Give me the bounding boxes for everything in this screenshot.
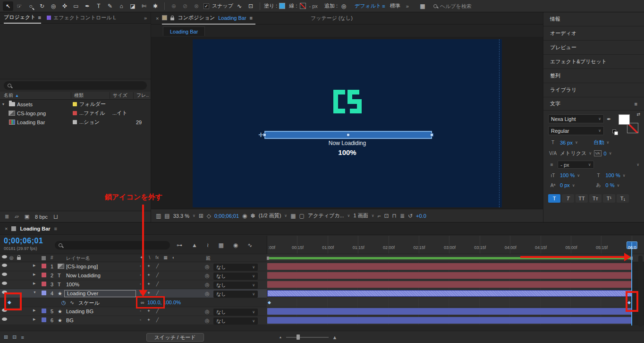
pixel-aspect-icon[interactable]: ⌐ bbox=[378, 213, 381, 219]
label-color-chip[interactable] bbox=[42, 309, 46, 313]
list-view-icon[interactable]: ≣ bbox=[5, 214, 9, 220]
timeline-ruler[interactable]: :00f 00:15f 01:00f 01:15f 02:00f 02:15f … bbox=[267, 236, 644, 254]
pen-tool[interactable]: ✒ bbox=[82, 1, 93, 11]
tab-effect-controls[interactable]: エフェクトコントロール L bbox=[47, 14, 116, 21]
expand-modes-icon[interactable]: ≡ bbox=[21, 334, 24, 340]
hand-tool[interactable]: ☞ bbox=[14, 1, 25, 11]
leading-auto-field[interactable]: 自動 ∨ bbox=[594, 139, 640, 146]
label-color-chip[interactable] bbox=[42, 264, 46, 268]
column-name[interactable]: 名前 ▲ bbox=[0, 92, 71, 99]
zoom-tool[interactable]: ○ bbox=[25, 1, 36, 11]
monitor-icon[interactable]: ▤ bbox=[164, 213, 169, 219]
font-size-field[interactable]: T 36 px ∨ bbox=[548, 140, 594, 146]
selection-handle[interactable] bbox=[263, 133, 266, 137]
swap-fill-stroke-icon[interactable]: ⇄ bbox=[636, 112, 640, 117]
layer-row-2[interactable]: ▶ 2 T Now Loadiding ◦✦╱ ◎ なし∨ bbox=[0, 271, 267, 280]
selection-handle[interactable] bbox=[430, 133, 433, 137]
stroke-width-value[interactable]: - px bbox=[309, 3, 318, 9]
small-caps-button[interactable]: Tᴛ bbox=[589, 194, 602, 203]
panel-menu-icon[interactable]: ≡ bbox=[635, 101, 637, 107]
overflow-chevrons-icon[interactable]: » bbox=[406, 3, 409, 9]
layer-name[interactable]: Loading Over bbox=[64, 290, 136, 297]
faux-bold-button[interactable]: T bbox=[548, 194, 560, 203]
composition-viewport[interactable]: ✛ Now Loadiding 100% bbox=[193, 39, 502, 207]
panel-audio[interactable]: オーディオ bbox=[543, 26, 644, 41]
close-icon[interactable]: × bbox=[156, 16, 159, 21]
panel-menu-icon[interactable]: ≡ bbox=[250, 15, 253, 21]
parent-dropdown[interactable]: なし∨ bbox=[213, 309, 258, 316]
snapshot-icon[interactable]: ◉ bbox=[242, 213, 247, 219]
workspace-menu-icon[interactable]: ≡ bbox=[382, 3, 385, 9]
project-row-assets[interactable]: ▼ Assets フォルダー bbox=[0, 100, 151, 109]
orbit-camera-tool[interactable]: ◎ bbox=[48, 1, 59, 11]
twirl-icon[interactable]: ▼ bbox=[0, 103, 7, 106]
superscript-button[interactable]: T¹ bbox=[603, 194, 615, 203]
grid-guides-icon[interactable]: ⊞ bbox=[199, 213, 203, 219]
eraser-tool[interactable]: ◪ bbox=[127, 1, 138, 11]
selection-handle[interactable] bbox=[347, 133, 350, 137]
project-row-loading-bar[interactable]: Loading Bar ...ション 29 bbox=[0, 118, 151, 127]
camera-dropdown[interactable]: アクティブカ... bbox=[308, 212, 344, 219]
all-caps-button[interactable]: TT bbox=[576, 194, 588, 203]
panel-align[interactable]: 整列 bbox=[543, 69, 644, 83]
help-search-input[interactable] bbox=[440, 3, 526, 9]
always-preview-icon[interactable]: ▥ bbox=[156, 213, 161, 219]
layer-duration-bar[interactable] bbox=[267, 272, 632, 279]
project-search-field[interactable] bbox=[4, 81, 147, 90]
stopwatch-icon[interactable]: ◷ bbox=[61, 300, 66, 306]
twirl-icon[interactable]: ▼ bbox=[33, 291, 36, 294]
twirl-icon[interactable]: ▶ bbox=[33, 273, 35, 276]
layer-row-1[interactable]: ▶ 1 [CS-logo.png] ◦✦╱ ◎ なし∨ bbox=[0, 262, 267, 271]
lock-icon[interactable] bbox=[170, 17, 174, 20]
pickwhip-icon[interactable]: ◎ bbox=[205, 273, 210, 279]
graph-icon[interactable]: ∿ bbox=[70, 300, 74, 306]
label-color-chip[interactable] bbox=[73, 111, 77, 115]
rotate-tool[interactable]: ↻ bbox=[37, 1, 47, 11]
trash-icon[interactable]: ⊔ bbox=[53, 213, 58, 220]
new-folder-icon[interactable]: ▱ bbox=[15, 214, 18, 220]
leading-field[interactable]: ≡ - px∨ bbox=[548, 161, 594, 169]
timeline-scrollbar[interactable] bbox=[638, 256, 643, 326]
layer-row-3[interactable]: ▶ 3 T 100% ◦✦╱ ◎ なし∨ bbox=[0, 280, 267, 289]
text-tool[interactable]: T bbox=[93, 1, 104, 11]
reset-exposure-icon[interactable]: ↺ bbox=[408, 213, 413, 219]
motion-blur-icon[interactable]: ◉ bbox=[233, 242, 238, 249]
selection-tool[interactable]: ↖ bbox=[3, 1, 13, 11]
pickwhip-icon[interactable]: ◎ bbox=[205, 282, 210, 288]
extra-dropdown[interactable]: ∨ bbox=[594, 163, 640, 167]
view-layout-dropdown[interactable]: 1 画面 bbox=[353, 212, 368, 219]
layer-name[interactable]: Now Loadiding bbox=[66, 273, 101, 278]
shape-tool[interactable]: ▭ bbox=[71, 1, 81, 11]
label-color-chip[interactable] bbox=[42, 282, 46, 286]
zoom-out-icon[interactable]: ▲ bbox=[279, 335, 282, 339]
zoom-slider[interactable] bbox=[286, 337, 329, 338]
current-time-indicator[interactable] bbox=[631, 242, 632, 326]
mini-flowchart-icon[interactable]: ⊶ bbox=[177, 242, 182, 249]
loading-bar-shape[interactable]: ✛ bbox=[264, 131, 432, 139]
timeline-button-icon[interactable]: ⊓ bbox=[392, 213, 397, 219]
baseline-shift-field[interactable]: Aª 0 px ∨ bbox=[548, 182, 594, 188]
keyframe-icon[interactable]: ◆ bbox=[268, 300, 271, 305]
fast-preview-icon[interactable]: ⊡ bbox=[384, 213, 389, 219]
add-icon[interactable]: ◎ bbox=[339, 1, 349, 11]
flowchart-icon[interactable]: ≣ bbox=[400, 213, 405, 219]
current-time-display[interactable]: 0;00;06;01 bbox=[214, 213, 239, 219]
snap-checkbox[interactable]: ✓ bbox=[203, 3, 209, 9]
tsume-field[interactable]: あ 0 % ∨ bbox=[594, 182, 640, 189]
show-snapshot-icon[interactable]: ✽ bbox=[251, 213, 255, 219]
column-size[interactable]: サイズ bbox=[110, 92, 133, 99]
layer-duration-bar[interactable] bbox=[267, 281, 632, 288]
layer-name[interactable]: [CS-logo.png] bbox=[66, 264, 98, 269]
twirl-icon[interactable]: ▶ bbox=[33, 264, 35, 267]
parent-dropdown[interactable]: なし∨ bbox=[213, 291, 258, 298]
pickwhip-icon[interactable]: ◎ bbox=[205, 309, 210, 315]
layer-duration-bar[interactable] bbox=[267, 317, 632, 324]
parent-dropdown[interactable]: なし∨ bbox=[213, 317, 258, 325]
pickwhip-icon[interactable]: ◎ bbox=[205, 291, 210, 297]
property-name[interactable]: スケール bbox=[78, 300, 100, 307]
label-color-chip[interactable] bbox=[42, 317, 46, 322]
twirl-icon[interactable]: ▶ bbox=[33, 309, 35, 312]
eye-icon[interactable] bbox=[2, 282, 7, 285]
twirl-icon[interactable]: ▶ bbox=[33, 317, 35, 321]
resolution-dropdown[interactable]: (1/2 画質) bbox=[259, 212, 281, 219]
